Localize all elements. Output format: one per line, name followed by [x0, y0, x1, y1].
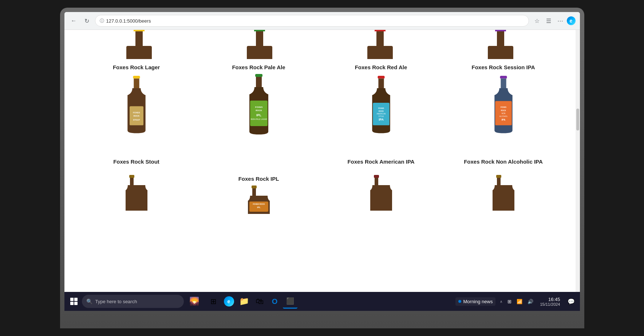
svg-text:ROCK: ROCK — [379, 110, 384, 112]
svg-text:ROCK: ROCK — [501, 110, 506, 112]
svg-rect-31 — [252, 185, 257, 188]
taskbar-app-outlook[interactable]: O — [268, 294, 282, 309]
taskbar-app-widgets[interactable]: ⊞ — [206, 294, 221, 309]
system-tray: ∧ ⊞ 📶 🔊 — [498, 298, 535, 305]
lager-name-item[interactable]: Foxes Rock Lager — [79, 63, 194, 73]
secure-icon: ⓘ — [100, 18, 104, 24]
weather-widget[interactable]: 🌄 — [185, 295, 204, 308]
bookmark-button[interactable]: ☆ — [532, 16, 542, 26]
windows-logo — [70, 298, 78, 305]
ipl-partial-item[interactable]: Foxes Rock IPL FOXES ROCK IPL — [201, 174, 316, 214]
pale-ale-body — [247, 46, 272, 59]
news-dot — [458, 300, 461, 303]
scrollbar[interactable] — [576, 30, 580, 292]
weather-icon: 🌄 — [189, 297, 199, 306]
red-ale-bottle-container: FOXES ROCK AMERICAN STYLE IPA — [359, 73, 403, 146]
tray-wifi-icon[interactable]: 📶 — [515, 298, 524, 305]
taskbar-search[interactable]: 🔍 Type here to search — [82, 295, 184, 308]
taskbar-right: Morning news ∧ ⊞ 📶 🔊 16:45 15/11/2024 💬 — [455, 296, 577, 307]
settings-button[interactable]: ⋯ — [555, 16, 565, 26]
svg-text:AMERICAN: AMERICAN — [376, 113, 386, 115]
non-alc-partial-item[interactable] — [446, 174, 561, 214]
taskbar-apps: ⊞ e 📁 🛍 O ⬛ — [206, 294, 297, 309]
svg-text:FOXES: FOXES — [255, 106, 262, 108]
taskbar-app-terminal[interactable]: ⬛ — [283, 294, 297, 309]
pale-ale-partial — [247, 30, 272, 59]
pale-ale-name-item[interactable]: Foxes Rock Pale Ale — [201, 63, 316, 73]
top-row — [64, 30, 576, 59]
svg-text:FOXES ROCK: FOXES ROCK — [253, 203, 265, 205]
widgets-icon: ⊞ — [210, 297, 217, 306]
red-ale-partial — [367, 30, 393, 59]
svg-rect-7 — [256, 77, 262, 87]
morning-news-widget[interactable]: Morning news — [455, 297, 496, 306]
refresh-button[interactable]: ↻ — [82, 16, 92, 26]
session-ipa-neck — [497, 31, 504, 46]
ipl-name-placeholder — [201, 157, 316, 168]
svg-text:IPL: IPL — [256, 113, 261, 117]
outlook-icon: O — [272, 297, 278, 306]
notification-button[interactable]: 💬 — [565, 296, 577, 307]
svg-rect-14 — [378, 79, 384, 89]
taskbar-app-edge[interactable]: e — [222, 294, 236, 309]
session-ipa-item[interactable]: FOXES ROCK NON ALCOHOL IPA — [446, 73, 561, 146]
screen: ← ↻ ⓘ 127.0.0.1:5000/beers ☆ ☰ ⋯ e — [64, 12, 580, 311]
clock[interactable]: 16:45 15/11/2024 — [538, 296, 562, 307]
svg-text:STOUT: STOUT — [133, 119, 140, 121]
url-text: 127.0.0.1:5000/beers — [106, 18, 151, 24]
svg-text:STYLE: STYLE — [378, 116, 384, 117]
stout-name-item[interactable]: Foxes Rock Stout — [79, 157, 194, 168]
stout-partial-item[interactable] — [79, 174, 194, 214]
lager-bottle-container: FOXES ROCK STOUT — [115, 73, 158, 146]
taskbar-app-explorer[interactable]: 📁 — [237, 294, 252, 309]
svg-rect-37 — [375, 178, 378, 185]
edge-profile-icon[interactable]: e — [567, 16, 576, 25]
svg-rect-36 — [374, 175, 379, 178]
svg-rect-22 — [501, 79, 506, 89]
address-bar[interactable]: ⓘ 127.0.0.1:5000/beers — [95, 15, 529, 27]
beer-bottles-row2: FOXES ROCK STOUT — [64, 73, 576, 153]
red-ale-name-item[interactable]: Foxes Rock Red Ale — [324, 63, 439, 73]
lager-name: Foxes Rock Lager — [113, 64, 160, 70]
lager-item[interactable]: FOXES ROCK STOUT — [79, 73, 194, 146]
session-ipa-body — [488, 46, 513, 59]
svg-rect-1 — [134, 79, 139, 89]
non-alc-name-item[interactable]: Foxes Rock Non Alcoholic IPA — [446, 157, 561, 168]
american-ipa-partial-item[interactable] — [324, 174, 439, 214]
american-ipa-name-item[interactable]: Foxes Rock American IPA — [324, 157, 439, 168]
tray-network-icon[interactable]: ⊞ — [506, 298, 513, 305]
back-button[interactable]: ← — [69, 16, 79, 26]
store-icon: 🛍 — [256, 297, 264, 306]
svg-text:INDIA PALE LAGER: INDIA PALE LAGER — [250, 118, 267, 120]
stout-name: Foxes Rock Stout — [113, 159, 159, 165]
pale-ale-item[interactable]: FOXES ROCK IPL INDIA PALE LAGER — [201, 73, 316, 146]
scrollbar-thumb[interactable] — [576, 109, 579, 130]
edge-icon: e — [224, 296, 234, 306]
non-alc-partial-container — [493, 174, 514, 211]
session-ipa-name-item[interactable]: Foxes Rock Session IPA — [446, 63, 561, 73]
session-ipa-bottle-svg: FOXES ROCK NON ALCOHOL IPA — [489, 75, 518, 144]
beer-page: Foxes Rock Lager Foxes Rock Pale Ale Fox… — [64, 30, 580, 221]
stout-partial-svg — [126, 174, 147, 211]
pale-ale-bottle-container: FOXES ROCK IPL INDIA PALE LAGER — [237, 73, 281, 146]
red-ale-neck — [376, 31, 384, 46]
svg-rect-13 — [378, 76, 384, 79]
pale-ale-bottle-svg: FOXES ROCK IPL INDIA PALE LAGER — [244, 73, 273, 146]
web-scroll-area[interactable]: Foxes Rock Lager Foxes Rock Pale Ale Fox… — [64, 30, 580, 292]
red-ale-item[interactable]: FOXES ROCK AMERICAN STYLE IPA — [324, 73, 439, 146]
ipl-partial-svg: FOXES ROCK IPL — [248, 185, 270, 214]
red-ale-name: Foxes Rock Red Ale — [355, 64, 407, 70]
win-sq-4 — [74, 302, 78, 305]
start-button[interactable] — [67, 295, 80, 308]
win-sq-3 — [70, 302, 74, 305]
collection-button[interactable]: ☰ — [544, 16, 554, 26]
taskbar-app-store[interactable]: 🛍 — [252, 294, 267, 309]
svg-text:ROCK: ROCK — [133, 115, 140, 117]
red-ale-top-bottle — [320, 30, 440, 59]
svg-rect-29 — [129, 175, 134, 178]
win-sq-1 — [70, 298, 74, 301]
ipa-partial-container — [370, 174, 392, 211]
american-ipa-name: Foxes Rock American IPA — [347, 159, 414, 165]
tray-volume-icon[interactable]: 🔊 — [526, 298, 535, 305]
tray-overflow-button[interactable]: ∧ — [498, 299, 504, 304]
